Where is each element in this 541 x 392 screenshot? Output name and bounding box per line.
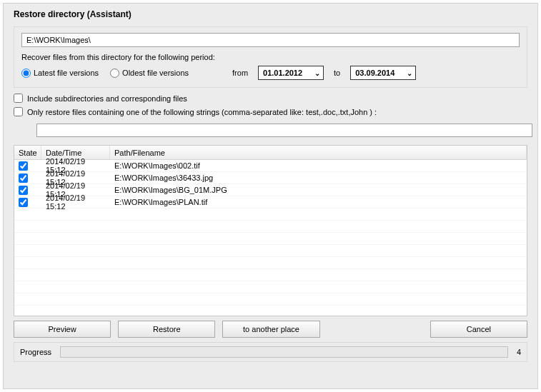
version-radio-row: Latest file versions Oldest file version… xyxy=(21,66,520,80)
action-buttons: Preview Restore to another place Cancel xyxy=(14,321,527,338)
row-checkbox[interactable] xyxy=(19,198,28,207)
empty-row xyxy=(14,257,527,269)
row-path: E:\WORK\Images\002.tif xyxy=(110,161,527,170)
date-to-value: 03.09.2014 xyxy=(355,69,394,77)
only-restore-label: Only restore files containing one of the… xyxy=(27,108,377,116)
from-label: from xyxy=(232,69,248,77)
row-checkbox[interactable] xyxy=(19,186,28,195)
table-body: 2014/02/19 15:12E:\WORK\Images\002.tif20… xyxy=(14,160,527,316)
cancel-button[interactable]: Cancel xyxy=(430,321,527,338)
latest-versions-radio-input[interactable] xyxy=(21,69,31,78)
restore-panel: Restore directory (Assistant) Recover fi… xyxy=(3,3,538,389)
row-path: E:\WORK\Images\36433.jpg xyxy=(110,174,527,182)
only-restore-row: Only restore files containing one of the… xyxy=(14,107,527,116)
row-state-cell xyxy=(14,186,41,195)
date-from-select[interactable]: 01.01.2012 ⌄ xyxy=(258,66,324,80)
oldest-versions-radio[interactable]: Oldest file versions xyxy=(110,69,189,78)
table-row[interactable]: 2014/02/19 15:12E:\WORK\Images\PLAN.tif xyxy=(14,196,527,208)
row-checkbox[interactable] xyxy=(19,174,28,183)
row-state-cell xyxy=(14,174,41,183)
progress-bar xyxy=(60,346,508,358)
recover-period-label: Recover files from this directory for th… xyxy=(21,53,520,61)
empty-row xyxy=(14,269,527,281)
progress-label: Progress xyxy=(20,348,51,356)
row-datetime: 2014/02/19 15:12 xyxy=(41,194,110,211)
row-state-cell xyxy=(14,198,41,207)
include-subdirs-row: Include subdirectories and corresponding… xyxy=(14,94,527,103)
row-state-cell xyxy=(14,161,41,171)
row-path: E:\WORK\Images\PLAN.tif xyxy=(110,198,527,206)
date-from-value: 01.01.2012 xyxy=(263,69,302,77)
date-range: from 01.01.2012 ⌄ to 03.09.2014 ⌄ xyxy=(232,66,416,80)
include-subdirs-label: Include subdirectories and corresponding… xyxy=(27,94,187,103)
to-another-place-button[interactable]: to another place xyxy=(222,321,319,338)
oldest-versions-radio-input[interactable] xyxy=(110,69,119,78)
empty-row xyxy=(14,221,527,233)
row-checkbox[interactable] xyxy=(19,161,28,171)
empty-row xyxy=(14,306,527,316)
restore-button[interactable]: Restore xyxy=(118,321,215,338)
progress-row: Progress 4 xyxy=(14,342,527,362)
directory-path-input[interactable] xyxy=(21,33,520,47)
include-subdirs-checkbox[interactable] xyxy=(14,94,23,103)
latest-versions-radio[interactable]: Latest file versions xyxy=(21,69,99,78)
progress-count: 4 xyxy=(517,348,521,356)
col-header-state[interactable]: State xyxy=(14,146,41,159)
chevron-down-icon: ⌄ xyxy=(405,69,414,77)
empty-row xyxy=(14,233,527,245)
row-path: E:\WORK\Images\BG_01M.JPG xyxy=(110,186,527,194)
latest-versions-label: Latest file versions xyxy=(34,69,99,77)
preview-button[interactable]: Preview xyxy=(14,321,111,338)
filter-strings-input[interactable] xyxy=(36,124,532,137)
panel-title: Restore directory (Assistant) xyxy=(4,5,537,26)
empty-row xyxy=(14,293,527,306)
chevron-down-icon: ⌄ xyxy=(313,69,322,77)
oldest-versions-label: Oldest file versions xyxy=(122,69,189,77)
empty-row xyxy=(14,281,527,293)
col-header-path[interactable]: Path/Filename xyxy=(110,146,527,159)
only-restore-checkbox[interactable] xyxy=(14,107,23,116)
empty-row xyxy=(14,245,527,257)
options-group: Recover files from this directory for th… xyxy=(14,26,527,88)
to-label: to xyxy=(334,69,340,77)
date-to-select[interactable]: 03.09.2014 ⌄ xyxy=(350,66,416,80)
file-table: State Date/Time Path/Filename 2014/02/19… xyxy=(14,145,527,316)
